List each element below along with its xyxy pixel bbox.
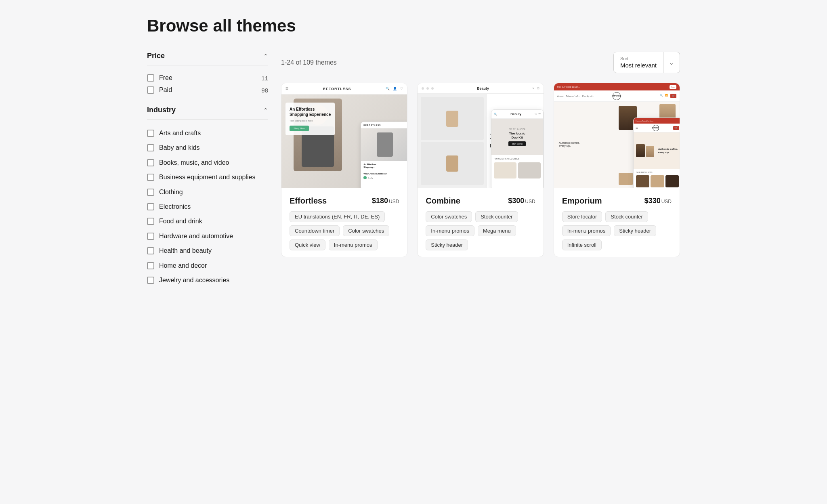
theme-info-emporium: Emporium $330USD Store locator Stock cou… — [554, 188, 680, 257]
price-filter-title: Price — [147, 52, 165, 60]
tag-mega-menu: Mega menu — [478, 225, 516, 236]
kit-title: The IconicDuo Kit — [509, 132, 525, 140]
combine-name: Combine — [426, 196, 460, 206]
kit-save-label: Kit Up & Save — [509, 128, 526, 130]
industry-checkbox-clothing[interactable] — [147, 189, 154, 196]
theme-card-combine[interactable]: Beauty ✕ ⊡ — [417, 83, 544, 257]
sort-chevron-icon[interactable]: ⌄ — [663, 52, 680, 73]
combine-price: $300USD — [508, 197, 535, 205]
price-paid-checkbox[interactable] — [147, 86, 154, 94]
industry-item-home-decor[interactable]: Home and decor — [147, 258, 268, 273]
theme-info-effortless: Effortless $180USD EU translations (EN, … — [281, 188, 407, 257]
industry-item-health-beauty[interactable]: Health and beauty — [147, 244, 268, 258]
effortless-price: $180USD — [372, 197, 399, 205]
industry-checkbox-hardware[interactable] — [147, 233, 154, 240]
price-paid-count: 98 — [261, 87, 268, 94]
sidebar: Price ⌃ Free 11 Paid 98 — [147, 52, 268, 297]
industry-item-arts-crafts[interactable]: Arts and crafts — [147, 126, 268, 141]
industry-label-electronics: Electronics — [159, 202, 191, 211]
industry-checkbox-books[interactable] — [147, 159, 154, 166]
theme-preview-emporium: Free our Tasted 1st Lon... Save About Ta… — [554, 83, 680, 188]
price-paid-item[interactable]: Paid 98 — [147, 84, 268, 96]
theme-preview-combine: Beauty ✕ ⊡ — [418, 83, 543, 188]
results-count: 1-24 of 109 themes — [281, 59, 337, 66]
industry-filter-title: Industry — [147, 106, 176, 114]
industry-checkbox-jewelry[interactable] — [147, 277, 154, 284]
effortless-tags: EU translations (EN, FR, IT, DE, ES) Cou… — [290, 211, 399, 250]
tag-color-swatches-2: Color swatches — [426, 211, 472, 222]
industry-label-baby-kids: Baby and kids — [159, 143, 200, 152]
theme-preview-effortless: ☰ EFFORTLESS 🔍 👤 ♡ — [281, 83, 407, 188]
industry-label-home-decor: Home and decor — [159, 261, 207, 270]
tag-color-swatches-1: Color swatches — [343, 225, 389, 236]
tag-sticky-header-1: Sticky header — [426, 239, 468, 250]
sort-dropdown[interactable]: Sort Most relevant ⌄ — [613, 52, 680, 73]
industry-item-business[interactable]: Business equipment and supplies — [147, 170, 268, 185]
industry-item-clothing[interactable]: Clothing — [147, 185, 268, 200]
industry-item-electronics[interactable]: Electronics — [147, 200, 268, 214]
combine-cta: Start saving — [508, 141, 525, 146]
tag-in-menu-promos-1: In-menu promos — [329, 239, 378, 250]
industry-checkbox-baby-kids[interactable] — [147, 144, 154, 151]
content-header: 1-24 of 109 themes Sort Most relevant ⌄ — [281, 52, 680, 73]
themes-grid: ☰ EFFORTLESS 🔍 👤 ♡ — [281, 83, 680, 257]
industry-label-hardware: Hardware and automotive — [159, 232, 233, 241]
tag-quick-view: Quick view — [290, 239, 325, 250]
tag-sticky-header-2: Sticky header — [614, 225, 656, 236]
content-area: 1-24 of 109 themes Sort Most relevant ⌄ — [281, 52, 680, 257]
sort-value: Most relevant — [620, 62, 657, 69]
industry-checkbox-electronics[interactable] — [147, 203, 154, 210]
industry-checkbox-arts-crafts[interactable] — [147, 130, 154, 137]
industry-item-hardware[interactable]: Hardware and automotive — [147, 229, 268, 244]
industry-chevron-icon: ⌃ — [263, 107, 268, 113]
industry-item-jewelry[interactable]: Jewelry and accessories — [147, 273, 268, 288]
sort-label: Sort — [620, 56, 657, 61]
price-chevron-icon: ⌃ — [263, 53, 268, 59]
industry-checkbox-food-drink[interactable] — [147, 218, 154, 225]
theme-card-emporium[interactable]: Free our Tasted 1st Lon... Save About Ta… — [554, 83, 680, 257]
industry-label-food-drink: Food and drink — [159, 217, 202, 226]
combine-tags: Color swatches Stock counter In-menu pro… — [426, 211, 535, 250]
tag-in-menu-promos-2: In-menu promos — [426, 225, 474, 236]
page-title: Browse all themes — [147, 16, 680, 36]
industry-item-food-drink[interactable]: Food and drink — [147, 214, 268, 229]
industry-filter-section: Industry ⌃ Arts and crafts Baby and kids… — [147, 106, 268, 288]
industry-checkbox-home-decor[interactable] — [147, 262, 154, 269]
tag-infinite-scroll: Infinite scroll — [562, 239, 602, 250]
effortless-name: Effortless — [290, 196, 327, 206]
price-free-item[interactable]: Free 11 — [147, 72, 268, 84]
theme-info-combine: Combine $300USD Color swatches Stock cou… — [418, 188, 543, 257]
industry-label-jewelry: Jewelry and accessories — [159, 276, 229, 285]
industry-filter-header[interactable]: Industry ⌃ — [147, 106, 268, 120]
industry-label-business: Business equipment and supplies — [159, 173, 255, 182]
industry-checkbox-health-beauty[interactable] — [147, 247, 154, 254]
sort-label-section: Sort Most relevant — [614, 52, 663, 73]
industry-item-baby-kids[interactable]: Baby and kids — [147, 141, 268, 155]
tag-in-menu-promos-3: In-menu promos — [562, 225, 611, 236]
emporium-price: $330USD — [644, 197, 672, 205]
tag-countdown: Countdown timer — [290, 225, 340, 236]
price-free-count: 11 — [261, 75, 268, 82]
price-paid-label: Paid — [159, 86, 172, 94]
theme-card-effortless[interactable]: ☰ EFFORTLESS 🔍 👤 ♡ — [281, 83, 407, 257]
tag-stock-counter-1: Stock counter — [475, 211, 518, 222]
emporium-tags: Store locator Stock counter In-menu prom… — [562, 211, 672, 250]
emporium-name: Emporium — [562, 196, 602, 206]
industry-label-arts-crafts: Arts and crafts — [159, 129, 201, 138]
industry-checkbox-business[interactable] — [147, 174, 154, 181]
tag-stock-counter-2: Stock counter — [605, 211, 648, 222]
price-free-checkbox[interactable] — [147, 74, 154, 82]
tag-store-locator: Store locator — [562, 211, 602, 222]
effortless-brand: EFFORTLESS — [323, 87, 351, 91]
industry-label-books: Books, music, and video — [159, 158, 229, 167]
price-filter-section: Price ⌃ Free 11 Paid 98 — [147, 52, 268, 96]
industry-label-health-beauty: Health and beauty — [159, 246, 212, 255]
price-free-label: Free — [159, 74, 172, 82]
tag-eu-translations: EU translations (EN, FR, IT, DE, ES) — [290, 211, 385, 222]
industry-label-clothing: Clothing — [159, 188, 183, 197]
industry-item-books[interactable]: Books, music, and video — [147, 155, 268, 170]
price-filter-header[interactable]: Price ⌃ — [147, 52, 268, 65]
